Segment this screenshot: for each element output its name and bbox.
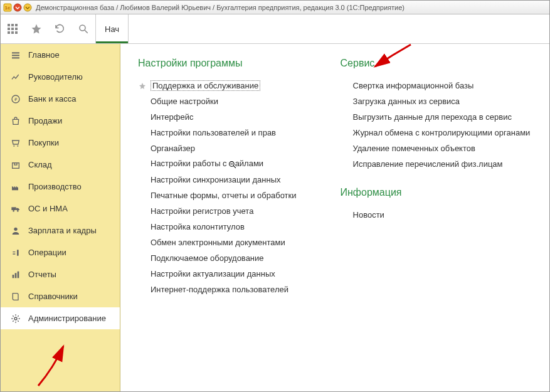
svg-rect-17 — [12, 57, 19, 58]
sidebar-item-reports[interactable]: Отчеты — [1, 263, 120, 285]
star-icon[interactable] — [28, 20, 45, 38]
link-label: Настройки регистров учета — [151, 206, 253, 216]
history-icon[interactable] — [51, 20, 68, 38]
svg-rect-24 — [11, 207, 16, 210]
link-label: Интерфейс — [151, 112, 193, 122]
link-label: Настройки синхронизации данных — [151, 175, 281, 184]
link-label: Удаление помеченных объектов — [353, 144, 475, 153]
settings-link-actualize[interactable]: Настройки актуализации данных — [138, 266, 297, 282]
sidebar-item-label: Операции — [28, 248, 66, 257]
svg-point-20 — [13, 145, 14, 146]
sidebar-item-assets[interactable]: ОС и НМА — [1, 198, 120, 220]
settings-link-equipment[interactable]: Подключаемое оборудование — [138, 250, 297, 266]
settings-link-interface[interactable]: Интерфейс — [138, 109, 297, 125]
app-logo-icon: 1c — [3, 3, 12, 12]
sidebar-item-salary[interactable]: Зарплата и кадры — [1, 220, 120, 241]
svg-text:1c: 1c — [5, 5, 11, 11]
svg-rect-8 — [11, 28, 14, 30]
service-link-upload[interactable]: Выгрузить данные для перехода в сервис — [341, 109, 531, 125]
svg-rect-15 — [12, 52, 19, 53]
tab-start-page[interactable]: Нач — [96, 14, 129, 43]
chart-line-icon — [9, 71, 22, 83]
svg-rect-30 — [18, 271, 19, 278]
sidebar-item-production[interactable]: Производство — [1, 176, 120, 198]
service-link-fix-transfers[interactable]: Исправление перечислений физ.лицам — [341, 156, 531, 172]
service-link-compress[interactable]: Свертка информационной базы — [341, 78, 531, 93]
apps-icon[interactable] — [4, 20, 21, 38]
sidebar-item-operations[interactable]: Операции — [1, 241, 120, 263]
right-column: Сервис Свертка информационной базы Загру… — [341, 58, 531, 223]
svg-point-27 — [14, 227, 17, 230]
sidebar-item-bank[interactable]: ₽ Банк и касса — [1, 88, 120, 110]
svg-text:₽: ₽ — [14, 96, 18, 102]
settings-link-registers[interactable]: Настройки регистров учета — [138, 203, 297, 219]
settings-link-sync[interactable]: Настройки синхронизации данных — [138, 172, 297, 188]
sidebar-item-main[interactable]: Главное — [1, 44, 120, 66]
svg-point-21 — [17, 145, 18, 146]
settings-link-edoc[interactable]: Обмен электронными документами — [138, 235, 297, 250]
sidebar-item-administration[interactable]: Администрирование — [1, 307, 120, 329]
sidebar-item-label: Банк и касса — [28, 94, 77, 103]
sidebar-item-label: Производство — [28, 182, 82, 191]
settings-link-print[interactable]: Печатные формы, отчеты и обработки — [138, 188, 297, 203]
search-icon[interactable] — [75, 20, 92, 38]
svg-rect-22 — [13, 162, 19, 168]
link-label: Выгрузить данные для перехода в сервис — [353, 112, 512, 122]
svg-rect-11 — [11, 31, 14, 34]
settings-link-headers[interactable]: Настройка колонтитулов — [138, 219, 297, 235]
sidebar-item-label: ОС и НМА — [28, 204, 68, 213]
sidebar-item-manager[interactable]: Руководителю — [1, 66, 120, 88]
home-icon — [9, 49, 22, 61]
svg-rect-9 — [15, 28, 18, 30]
svg-rect-29 — [15, 273, 17, 278]
settings-heading: Настройки программы — [138, 58, 297, 69]
svg-point-2 — [14, 4, 21, 11]
settings-link-internet[interactable]: Интернет-поддержка пользователей — [138, 282, 297, 297]
settings-link-support[interactable]: Поддержка и обслуживание — [138, 78, 297, 93]
ruble-icon: ₽ — [9, 93, 22, 105]
sidebar-item-label: Главное — [28, 50, 60, 60]
svg-point-26 — [17, 210, 19, 212]
info-heading: Информация — [341, 187, 531, 198]
settings-link-organizer[interactable]: Органайзер — [138, 140, 297, 156]
service-link-delete-marked[interactable]: Удаление помеченных объектов — [341, 140, 531, 156]
svg-point-3 — [24, 4, 31, 11]
link-label: Журнал обмена с контролирующими органами — [353, 128, 531, 137]
dropdown-yellow-icon[interactable] — [23, 3, 32, 12]
sidebar-item-warehouse[interactable]: Склад — [1, 154, 120, 176]
top-toolbar: Нач — [1, 14, 549, 44]
dropdown-red-icon[interactable] — [13, 3, 22, 12]
service-link-exchangelog[interactable]: Журнал обмена с контролирующими органами — [341, 125, 531, 140]
svg-rect-5 — [11, 24, 14, 26]
sidebar-item-label: Склад — [28, 160, 52, 169]
svg-point-31 — [14, 317, 17, 320]
svg-point-13 — [80, 25, 85, 31]
title-bar: 1c Демонстрационная база / Любимов Валер… — [1, 1, 549, 14]
window-title: Демонстрационная база / Любимов Валерий … — [36, 4, 405, 11]
content-area: Настройки программы Поддержка и обслужив… — [120, 44, 549, 391]
svg-rect-12 — [15, 31, 18, 34]
svg-line-14 — [85, 30, 88, 33]
sidebar: Главное Руководителю ₽ Банк и касса Прод… — [1, 44, 120, 391]
sidebar-item-directories[interactable]: Справочники — [1, 285, 120, 307]
sidebar-item-sales[interactable]: Продажи — [1, 110, 120, 132]
settings-link-general[interactable]: Общие настройки — [138, 93, 297, 109]
gear-icon — [9, 312, 22, 325]
info-link-news[interactable]: Новости — [341, 207, 531, 223]
settings-link-users[interactable]: Настройки пользователей и прав — [138, 125, 297, 140]
sidebar-item-purchases[interactable]: Покупки — [1, 132, 120, 154]
link-label: Настройки пользователей и прав — [151, 128, 276, 137]
settings-link-files[interactable]: Настройки работы с файлами Настройки раб… — [138, 156, 297, 172]
toolbar-left-icons — [1, 14, 96, 43]
link-label: Новости — [353, 210, 384, 220]
svg-rect-10 — [8, 31, 10, 34]
link-label: Общие настройки — [151, 97, 218, 106]
link-label: Интернет-поддержка пользователей — [151, 285, 288, 294]
star-icon — [138, 82, 147, 90]
app-window: 1c Демонстрационная база / Любимов Валер… — [0, 0, 550, 392]
svg-rect-7 — [8, 28, 10, 30]
bar-chart-icon — [9, 268, 22, 281]
sidebar-item-label: Справочники — [28, 292, 78, 301]
box-icon — [9, 159, 22, 171]
service-link-download[interactable]: Загрузка данных из сервиса — [341, 93, 531, 109]
